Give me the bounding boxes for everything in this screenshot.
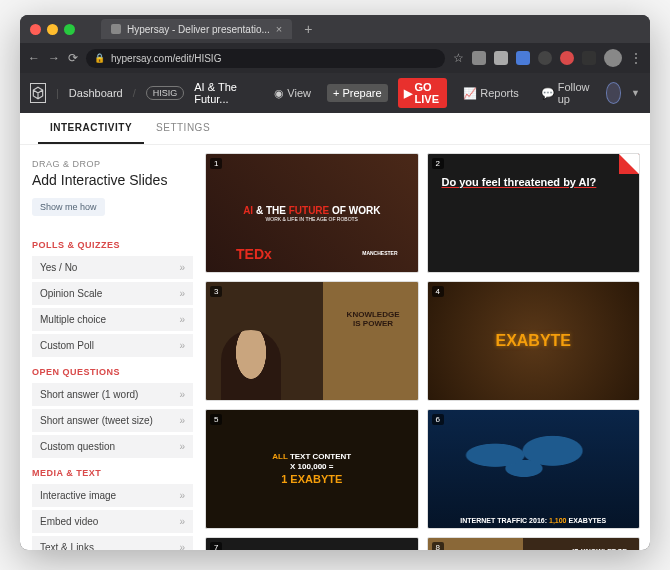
item-short-answer-word[interactable]: Short answer (1 word)» xyxy=(32,383,193,406)
chevron-right-icon: » xyxy=(179,542,185,550)
section-polls: POLLS & QUIZZES xyxy=(32,240,193,250)
go-live-button[interactable]: ▶GO LIVE xyxy=(398,78,448,108)
extension-icon[interactable] xyxy=(560,51,574,65)
app-header: | Dashboard / HISIG AI & The Futur... ◉V… xyxy=(20,73,650,113)
section-media-text: MEDIA & TEXT xyxy=(32,468,193,478)
chevron-right-icon: » xyxy=(179,415,185,426)
browser-tab[interactable]: Hypersay - Deliver presentatio... × xyxy=(101,19,292,39)
reload-button[interactable]: ⟳ xyxy=(68,51,78,65)
slide-2[interactable]: 2 Do you feel threatened by AI? xyxy=(427,153,641,273)
slide-number: 1 xyxy=(210,158,222,169)
slide-3[interactable]: 3 KNOWLEDGEIS POWER xyxy=(205,281,419,401)
user-avatar[interactable] xyxy=(606,82,622,104)
content-tabs: INTERACTIVITY SETTINGS xyxy=(20,113,650,145)
slide-4[interactable]: 4 EXABYTE xyxy=(427,281,641,401)
slide-1[interactable]: 1 AI & THE FUTURE OF WORKWORK & LIFE IN … xyxy=(205,153,419,273)
app-logo[interactable] xyxy=(30,83,46,103)
sidebar-title: Add Interactive Slides xyxy=(32,172,193,188)
eye-icon: ◉ xyxy=(274,87,284,100)
item-short-answer-tweet[interactable]: Short answer (tweet size)» xyxy=(32,409,193,432)
item-custom-poll[interactable]: Custom Poll» xyxy=(32,334,193,357)
item-embed-video[interactable]: Embed video» xyxy=(32,510,193,533)
chevron-right-icon: » xyxy=(179,262,185,273)
chevron-right-icon: » xyxy=(179,340,185,351)
slide-text: KNOWLEDGEIS POWER xyxy=(347,310,400,328)
favicon xyxy=(111,24,121,34)
item-custom-question[interactable]: Custom question» xyxy=(32,435,193,458)
item-text-links[interactable]: Text & Links» xyxy=(32,536,193,550)
slide-number: 2 xyxy=(432,158,444,169)
chevron-right-icon: » xyxy=(179,490,185,501)
back-button[interactable]: ← xyxy=(28,51,40,65)
tab-interactivity[interactable]: INTERACTIVITY xyxy=(38,113,144,144)
browser-profile-avatar[interactable] xyxy=(604,49,622,67)
chat-icon: 💬 xyxy=(541,87,555,100)
sidebar: DRAG & DROP Add Interactive Slides Show … xyxy=(20,145,205,550)
view-button[interactable]: ◉View xyxy=(268,84,317,103)
dashboard-link[interactable]: Dashboard xyxy=(69,87,123,99)
address-bar[interactable]: 🔒 hypersay.com/edit/HISIG xyxy=(86,49,445,68)
slide-text: ALL TEXT CONTENTX 100,000 =1 EXABYTE xyxy=(272,452,351,487)
slide-text: EXABYTE xyxy=(495,332,571,350)
minimize-window-button[interactable] xyxy=(47,24,58,35)
slide-number: 3 xyxy=(210,286,222,297)
presentation-title[interactable]: AI & The Futur... xyxy=(194,81,248,105)
slide-number: 5 xyxy=(210,414,222,425)
slide-7[interactable]: 7 KNOWLEDGE IN YOUR POCKET xyxy=(205,537,419,550)
item-opinion-scale[interactable]: Opinion Scale» xyxy=(32,282,193,305)
slide-8[interactable]: 8 IS KNOWLEDGESTILL POWER? xyxy=(427,537,641,550)
tab-settings[interactable]: SETTINGS xyxy=(144,113,222,144)
window-titlebar: Hypersay - Deliver presentatio... × + xyxy=(20,15,650,43)
followup-button[interactable]: 💬Follow up xyxy=(535,78,596,108)
lock-icon: 🔒 xyxy=(94,53,105,63)
slides-grid: 1 AI & THE FUTURE OF WORKWORK & LIFE IN … xyxy=(205,145,650,550)
show-me-how-button[interactable]: Show me how xyxy=(32,198,105,216)
url-text: hypersay.com/edit/HISIG xyxy=(111,53,221,64)
reports-button[interactable]: 📈Reports xyxy=(457,84,525,103)
extension-icon[interactable] xyxy=(582,51,596,65)
browser-toolbar: ← → ⟳ 🔒 hypersay.com/edit/HISIG ☆ ⋮ xyxy=(20,43,650,73)
extension-icon[interactable] xyxy=(516,51,530,65)
tedx-logo: TEDx xyxy=(236,246,272,262)
slide-number: 7 xyxy=(210,542,222,550)
plus-icon: + xyxy=(333,87,339,99)
item-interactive-image[interactable]: Interactive image» xyxy=(32,484,193,507)
slide-text: IS KNOWLEDGESTILL POWER? xyxy=(572,548,627,550)
section-open-questions: OPEN QUESTIONS xyxy=(32,367,193,377)
chevron-right-icon: » xyxy=(179,516,185,527)
slide-text: INTERNET TRAFFIC 2016: 1,100 EXABYTES xyxy=(428,517,640,524)
slide-number: 4 xyxy=(432,286,444,297)
chevron-right-icon: » xyxy=(179,314,185,325)
play-icon: ▶ xyxy=(404,87,412,100)
browser-menu-icon[interactable]: ⋮ xyxy=(630,51,642,65)
chevron-right-icon: » xyxy=(179,441,185,452)
breadcrumb-code[interactable]: HISIG xyxy=(146,86,185,100)
close-tab-icon[interactable]: × xyxy=(276,23,282,35)
star-icon[interactable]: ☆ xyxy=(453,51,464,65)
extension-icon[interactable] xyxy=(538,51,552,65)
slide-5[interactable]: 5 ALL TEXT CONTENTX 100,000 =1 EXABYTE xyxy=(205,409,419,529)
chevron-right-icon: » xyxy=(179,389,185,400)
close-window-button[interactable] xyxy=(30,24,41,35)
extension-icon[interactable] xyxy=(472,51,486,65)
drag-drop-label: DRAG & DROP xyxy=(32,159,193,169)
slide-number: 8 xyxy=(432,542,444,550)
forward-button[interactable]: → xyxy=(48,51,60,65)
chevron-right-icon: » xyxy=(179,288,185,299)
slide-text: Do you feel threatened by AI? xyxy=(442,176,597,188)
item-yes-no[interactable]: Yes / No» xyxy=(32,256,193,279)
extension-icon[interactable] xyxy=(494,51,508,65)
maximize-window-button[interactable] xyxy=(64,24,75,35)
chart-icon: 📈 xyxy=(463,87,477,100)
new-tab-button[interactable]: + xyxy=(304,21,312,37)
slide-6[interactable]: 6 INTERNET TRAFFIC 2016: 1,100 EXABYTES xyxy=(427,409,641,529)
chevron-down-icon[interactable]: ▼ xyxy=(631,88,640,98)
tab-title: Hypersay - Deliver presentatio... xyxy=(127,24,270,35)
item-multiple-choice[interactable]: Multiple choice» xyxy=(32,308,193,331)
prepare-button[interactable]: +Prepare xyxy=(327,84,388,102)
